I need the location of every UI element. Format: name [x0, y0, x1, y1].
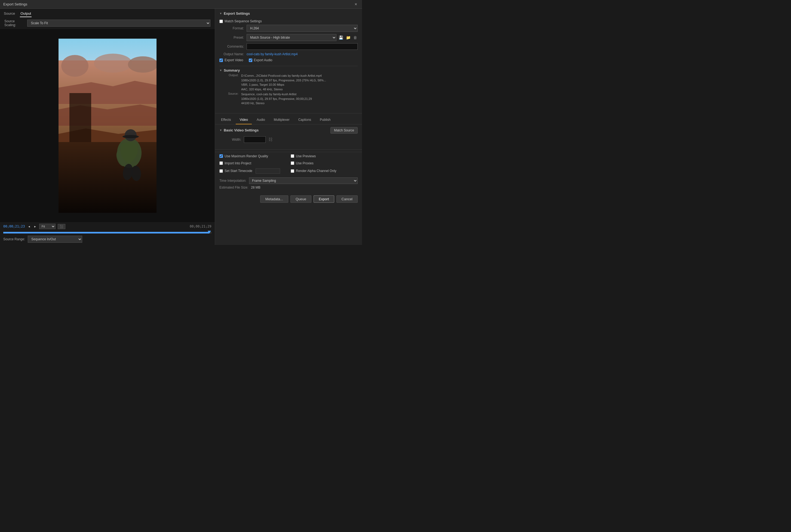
source-range-label: Source Range:	[3, 237, 25, 241]
chain-link-icon: ⛓	[268, 137, 273, 142]
set-start-timecode-row: Set Start Timecode 00;00;00;00	[220, 168, 286, 174]
source-scaling-row: Source Scaling: Scale To Fit Stretch To …	[0, 17, 215, 29]
summary-source-label: Source:	[220, 92, 239, 106]
svg-point-2	[61, 55, 89, 77]
file-size-label: Estimated File Size:	[220, 186, 248, 189]
video-settings: ▼ Basic Video Settings Match Source Widt…	[215, 125, 362, 147]
preview-area	[0, 29, 215, 222]
video-collapse-icon[interactable]: ▼	[220, 129, 222, 132]
tab-captions[interactable]: Captions	[295, 116, 315, 125]
file-size-value: 28 MB	[251, 186, 261, 189]
comments-input[interactable]	[247, 43, 358, 50]
summary-section: ▼ Summary Output: D:\Comm...2\Cibdol Pos…	[220, 68, 358, 106]
use-previews-row: Use Previews	[291, 154, 358, 158]
comments-label: Comments:	[220, 45, 244, 49]
panel-tabs: Effects Video Audio Multiplexer Captions…	[215, 116, 362, 125]
cancel-button[interactable]: Cancel	[336, 195, 358, 203]
import-into-project-label[interactable]: Import Into Project	[225, 162, 251, 165]
video-section-header: ▼ Basic Video Settings Match Source	[220, 127, 358, 134]
svg-rect-9	[58, 142, 156, 213]
export-settings-body: Match Sequence Settings Format: H.264 H.…	[215, 18, 362, 111]
svg-point-12	[123, 135, 139, 138]
render-alpha-channel-row: Render Alpha Channel Only	[291, 168, 358, 174]
prev-frame-button[interactable]: ◄	[27, 225, 31, 229]
title-bar: Export Settings ×	[0, 0, 362, 9]
preset-select[interactable]: Match Source - High bitrate Match Source…	[247, 34, 336, 41]
use-proxies-row: Use Proxies	[291, 162, 358, 165]
export-audio-label[interactable]: Export Audio	[254, 58, 272, 62]
render-alpha-checkbox[interactable]	[291, 169, 294, 173]
queue-button[interactable]: Queue	[290, 195, 312, 203]
timeline-scrubber[interactable]	[3, 232, 211, 233]
summary-title: Summary	[224, 68, 240, 72]
use-previews-checkbox[interactable]	[291, 154, 294, 158]
export-video-label[interactable]: Export Video	[225, 58, 243, 62]
max-render-quality-checkbox[interactable]	[220, 154, 223, 158]
crop-icon-button[interactable]: ⬛	[58, 224, 65, 229]
dialog-title: Export Settings	[3, 2, 27, 6]
collapse-arrow-icon[interactable]: ▼	[220, 12, 222, 15]
time-interpolation-select[interactable]: Frame Sampling Frame Blending Optical Fl…	[249, 177, 358, 184]
export-video-checkbox[interactable]	[220, 58, 223, 62]
format-row: Format: H.264 H.265 (HEVC) QuickTime MPE…	[220, 25, 358, 32]
render-alpha-label[interactable]: Render Alpha Channel Only	[296, 169, 336, 173]
source-range-select[interactable]: Sequence In/Out Entire Sequence Work Are…	[28, 236, 82, 243]
export-button[interactable]: Export	[314, 195, 334, 203]
summary-collapse-icon[interactable]: ▼	[220, 69, 222, 72]
summary-header: ▼ Summary	[220, 68, 358, 72]
right-panel: ▼ Export Settings Match Sequence Setting…	[215, 9, 362, 245]
import-into-project-checkbox[interactable]	[220, 162, 223, 165]
match-sequence-row: Match Sequence Settings	[220, 19, 358, 23]
width-label: Width:	[220, 138, 241, 141]
output-name-link[interactable]: cool-cats by family-kush Artlist.mp4	[247, 52, 298, 56]
tab-video[interactable]: Video	[236, 116, 251, 125]
close-button[interactable]: ×	[353, 2, 359, 7]
max-render-quality-label[interactable]: Use Maximum Render Quality	[225, 154, 268, 158]
format-select[interactable]: H.264 H.265 (HEVC) QuickTime MPEG4 DNxHD…	[247, 25, 358, 32]
time-interp-label: Time Interpolation:	[220, 179, 246, 183]
delete-preset-icon[interactable]: 🗑	[353, 35, 358, 40]
width-row: Width: 1,080 ⛓	[220, 136, 358, 143]
video-section-title-row: ▼ Basic Video Settings	[220, 128, 259, 132]
export-audio-checkbox[interactable]	[249, 58, 252, 62]
output-name-control: cool-cats by family-kush Artlist.mp4	[247, 52, 358, 56]
set-start-timecode-checkbox[interactable]	[220, 169, 223, 173]
current-timecode: 00;00;21;23	[3, 225, 25, 228]
action-buttons: Metadata... Queue Export Cancel	[215, 193, 362, 206]
timeline-controls: 00;00;21;23 ◄ ► Fit 25% 50% 100% ⬛ 00;00…	[0, 222, 215, 231]
divider-3	[215, 149, 362, 150]
match-source-button[interactable]: Match Source	[331, 127, 358, 134]
tab-publish[interactable]: Publish	[316, 116, 334, 125]
match-sequence-label[interactable]: Match Sequence Settings	[225, 19, 262, 23]
import-preset-icon[interactable]: 📁	[345, 35, 351, 40]
estimated-file-size-row: Estimated File Size: 28 MB	[220, 186, 358, 189]
use-proxies-label[interactable]: Use Proxies	[296, 162, 314, 165]
next-frame-button[interactable]: ►	[33, 225, 37, 229]
save-preset-icon[interactable]: 💾	[338, 35, 344, 40]
timecode-input[interactable]: 00;00;00;00	[256, 168, 280, 174]
left-panel: Source Output Source Scaling: Scale To F…	[0, 9, 215, 245]
preset-label: Preset:	[220, 36, 244, 39]
source-range-row: Source Range: Sequence In/Out Entire Seq…	[0, 234, 215, 245]
tab-audio[interactable]: Audio	[253, 116, 269, 125]
source-scaling-select[interactable]: Scale To Fit Stretch To Fill Scale To Fi…	[27, 20, 210, 27]
import-into-project-row: Import Into Project	[220, 162, 286, 165]
metadata-button[interactable]: Metadata...	[260, 195, 288, 203]
zoom-select[interactable]: Fit 25% 50% 100%	[39, 224, 56, 229]
preset-row: Preset: Match Source - High bitrate Matc…	[220, 34, 358, 41]
timeline-fill	[3, 232, 209, 233]
tab-effects[interactable]: Effects	[217, 116, 234, 125]
use-previews-label[interactable]: Use Previews	[296, 154, 316, 158]
options-grid: Use Maximum Render Quality Use Previews …	[220, 154, 358, 175]
end-timecode: 00;00;21;29	[190, 225, 211, 228]
tab-output[interactable]: Output	[20, 10, 32, 17]
divider-1	[220, 66, 358, 66]
set-start-timecode-label[interactable]: Set Start Timecode	[225, 169, 252, 173]
use-proxies-checkbox[interactable]	[291, 162, 294, 165]
export-settings-header: ▼ Export Settings	[215, 9, 362, 18]
tab-source[interactable]: Source	[3, 10, 16, 17]
width-input[interactable]: 1,080	[244, 136, 266, 143]
tab-multiplexer[interactable]: Multiplexer	[270, 116, 294, 125]
preset-control: Match Source - High bitrate Match Source…	[247, 34, 358, 41]
match-sequence-checkbox[interactable]	[220, 20, 223, 23]
